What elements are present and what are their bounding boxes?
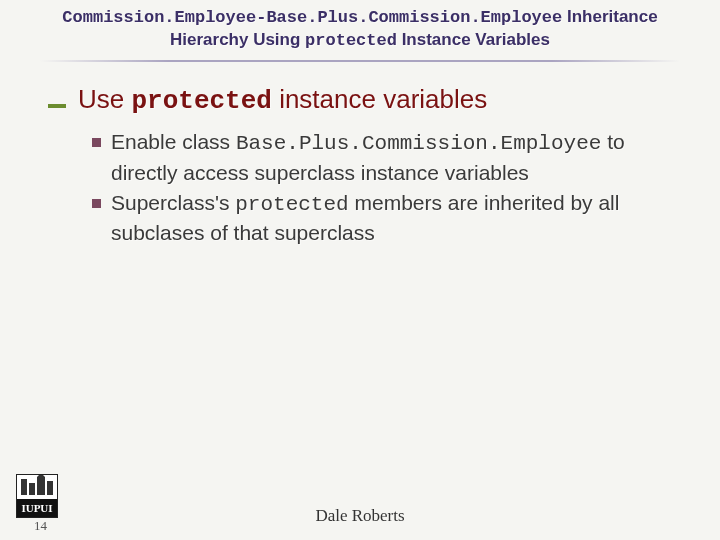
- title-protected: protected: [305, 31, 397, 50]
- svg-rect-5: [47, 481, 53, 495]
- title-text: Commission.Employee-Base.Plus.Commission…: [40, 6, 680, 52]
- headline-pre: Use: [78, 84, 131, 114]
- square-bullet-icon: [92, 199, 101, 208]
- b0-pre: Enable class: [111, 130, 236, 153]
- headline-post: instance variables: [272, 84, 487, 114]
- list-item: Enable class Base.Plus.Commission.Employ…: [92, 128, 680, 187]
- b1-pre: Superclass's: [111, 191, 235, 214]
- headline-bullet-icon: [48, 104, 66, 108]
- svg-rect-3: [37, 477, 45, 495]
- list-item-text: Superclass's protected members are inher…: [111, 189, 680, 248]
- headline-row: Use protected instance variables: [48, 84, 680, 116]
- slide-content: Use protected instance variables Enable …: [0, 64, 720, 247]
- svg-rect-1: [21, 479, 27, 495]
- svg-rect-2: [29, 483, 35, 495]
- title-dash: -: [256, 8, 266, 27]
- title-code-2: Base.Plus.Commission.Employee: [266, 8, 562, 27]
- headline-kw: protected: [131, 86, 271, 116]
- b1-code: protected: [235, 193, 348, 216]
- slide-title: Commission.Employee-Base.Plus.Commission…: [0, 0, 720, 64]
- b0-code: Base.Plus.Commission.Employee: [236, 132, 601, 155]
- square-bullet-icon: [92, 138, 101, 147]
- list-item-text: Enable class Base.Plus.Commission.Employ…: [111, 128, 680, 187]
- title-line2b: Instance Variables: [397, 30, 550, 49]
- title-code-1: Commission.Employee: [62, 8, 256, 27]
- slide-footer: IUPUI 14 Dale Roberts: [0, 476, 720, 540]
- title-rest-1: Inheritance: [562, 7, 657, 26]
- title-line2a: Hierarchy Using: [170, 30, 305, 49]
- author-name: Dale Roberts: [0, 506, 720, 526]
- list-item: Superclass's protected members are inher…: [92, 189, 680, 248]
- headline-text: Use protected instance variables: [78, 84, 487, 116]
- sub-bullet-list: Enable class Base.Plus.Commission.Employ…: [48, 128, 680, 247]
